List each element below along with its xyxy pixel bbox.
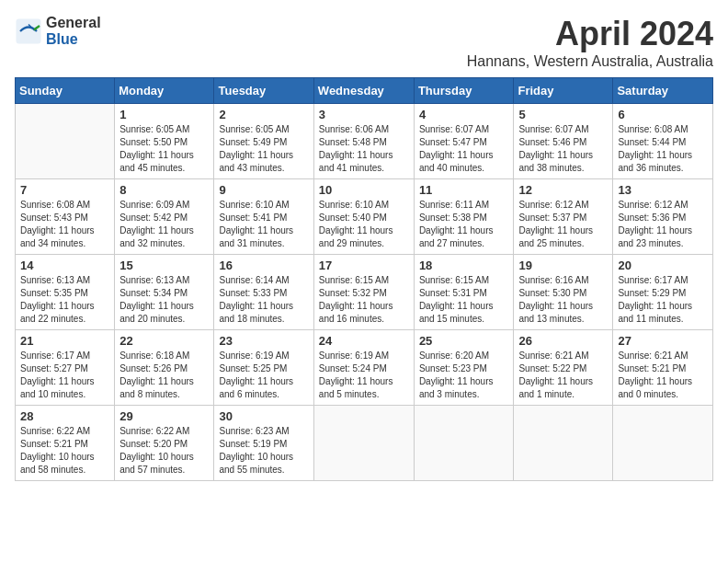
calendar-cell: 24Sunrise: 6:19 AM Sunset: 5:24 PM Dayli… — [313, 330, 414, 406]
day-number: 26 — [518, 334, 608, 348]
day-info: Sunrise: 6:08 AM Sunset: 5:43 PM Dayligh… — [20, 199, 109, 250]
calendar-cell — [313, 406, 414, 481]
day-number: 16 — [219, 259, 308, 272]
day-number: 29 — [119, 409, 209, 423]
week-row-3: 14Sunrise: 6:13 AM Sunset: 5:35 PM Dayli… — [16, 255, 713, 330]
day-number: 17 — [319, 259, 409, 272]
day-info: Sunrise: 6:22 AM Sunset: 5:20 PM Dayligh… — [119, 425, 209, 477]
day-number: 20 — [618, 259, 708, 272]
calendar-cell: 29Sunrise: 6:22 AM Sunset: 5:20 PM Dayli… — [115, 406, 214, 481]
day-info: Sunrise: 6:14 AM Sunset: 5:33 PM Dayligh… — [219, 274, 308, 326]
svg-rect-0 — [17, 18, 41, 43]
column-header-friday: Friday — [514, 78, 613, 104]
calendar-table: SundayMondayTuesdayWednesdayThursdayFrid… — [15, 77, 713, 481]
day-info: Sunrise: 6:17 AM Sunset: 5:29 PM Dayligh… — [618, 274, 708, 326]
day-number: 14 — [20, 259, 109, 272]
calendar-title: April 2024 — [467, 15, 713, 53]
calendar-cell: 3Sunrise: 6:06 AM Sunset: 5:48 PM Daylig… — [313, 104, 414, 179]
day-number: 4 — [419, 108, 509, 121]
day-number: 18 — [419, 259, 509, 272]
column-header-tuesday: Tuesday — [214, 78, 313, 104]
day-number: 24 — [319, 334, 409, 348]
day-number: 13 — [618, 183, 708, 197]
day-info: Sunrise: 6:11 AM Sunset: 5:38 PM Dayligh… — [419, 199, 509, 250]
day-info: Sunrise: 6:05 AM Sunset: 5:49 PM Dayligh… — [219, 123, 308, 175]
calendar-cell — [414, 406, 514, 481]
week-row-5: 28Sunrise: 6:22 AM Sunset: 5:21 PM Dayli… — [16, 406, 713, 481]
calendar-cell: 11Sunrise: 6:11 AM Sunset: 5:38 PM Dayli… — [414, 179, 514, 255]
calendar-cell: 30Sunrise: 6:23 AM Sunset: 5:19 PM Dayli… — [214, 406, 313, 481]
day-info: Sunrise: 6:18 AM Sunset: 5:26 PM Dayligh… — [119, 350, 209, 401]
day-info: Sunrise: 6:12 AM Sunset: 5:37 PM Dayligh… — [518, 199, 608, 250]
day-info: Sunrise: 6:07 AM Sunset: 5:46 PM Dayligh… — [518, 123, 608, 175]
day-info: Sunrise: 6:13 AM Sunset: 5:35 PM Dayligh… — [20, 274, 109, 326]
day-info: Sunrise: 6:10 AM Sunset: 5:40 PM Dayligh… — [319, 199, 409, 250]
day-number: 10 — [319, 183, 409, 197]
logo: General Blue — [15, 15, 101, 47]
day-number: 25 — [419, 334, 509, 348]
week-row-1: 1Sunrise: 6:05 AM Sunset: 5:50 PM Daylig… — [16, 104, 713, 179]
column-header-thursday: Thursday — [414, 78, 514, 104]
calendar-cell: 15Sunrise: 6:13 AM Sunset: 5:34 PM Dayli… — [115, 255, 214, 330]
day-number: 9 — [219, 183, 308, 197]
day-info: Sunrise: 6:21 AM Sunset: 5:21 PM Dayligh… — [618, 350, 708, 401]
day-info: Sunrise: 6:21 AM Sunset: 5:22 PM Dayligh… — [518, 350, 608, 401]
column-header-monday: Monday — [115, 78, 214, 104]
day-number: 22 — [119, 334, 209, 348]
column-header-wednesday: Wednesday — [313, 78, 414, 104]
day-number: 6 — [618, 108, 708, 121]
calendar-cell: 6Sunrise: 6:08 AM Sunset: 5:44 PM Daylig… — [613, 104, 713, 179]
day-number: 27 — [618, 334, 708, 348]
week-row-2: 7Sunrise: 6:08 AM Sunset: 5:43 PM Daylig… — [16, 179, 713, 255]
day-number: 12 — [518, 183, 608, 197]
logo-icon — [15, 17, 42, 45]
calendar-cell: 20Sunrise: 6:17 AM Sunset: 5:29 PM Dayli… — [613, 255, 713, 330]
calendar-subtitle: Hannans, Western Australia, Australia — [467, 53, 713, 70]
calendar-cell: 28Sunrise: 6:22 AM Sunset: 5:21 PM Dayli… — [16, 406, 115, 481]
calendar-cell: 12Sunrise: 6:12 AM Sunset: 5:37 PM Dayli… — [514, 179, 613, 255]
day-number: 3 — [319, 108, 409, 121]
calendar-cell — [16, 104, 115, 179]
calendar-cell: 1Sunrise: 6:05 AM Sunset: 5:50 PM Daylig… — [115, 104, 214, 179]
logo-blue-text: Blue — [46, 31, 101, 48]
calendar-cell: 21Sunrise: 6:17 AM Sunset: 5:27 PM Dayli… — [16, 330, 115, 406]
header-row: SundayMondayTuesdayWednesdayThursdayFrid… — [16, 78, 713, 104]
calendar-cell: 2Sunrise: 6:05 AM Sunset: 5:49 PM Daylig… — [214, 104, 313, 179]
calendar-cell — [514, 406, 613, 481]
day-number: 15 — [119, 259, 209, 272]
column-header-saturday: Saturday — [613, 78, 713, 104]
day-number: 1 — [119, 108, 209, 121]
calendar-cell: 16Sunrise: 6:14 AM Sunset: 5:33 PM Dayli… — [214, 255, 313, 330]
day-number: 2 — [219, 108, 308, 121]
calendar-cell: 7Sunrise: 6:08 AM Sunset: 5:43 PM Daylig… — [16, 179, 115, 255]
calendar-cell: 17Sunrise: 6:15 AM Sunset: 5:32 PM Dayli… — [313, 255, 414, 330]
day-info: Sunrise: 6:17 AM Sunset: 5:27 PM Dayligh… — [20, 350, 109, 401]
column-header-sunday: Sunday — [16, 78, 115, 104]
day-info: Sunrise: 6:06 AM Sunset: 5:48 PM Dayligh… — [319, 123, 409, 175]
day-info: Sunrise: 6:09 AM Sunset: 5:42 PM Dayligh… — [119, 199, 209, 250]
day-info: Sunrise: 6:23 AM Sunset: 5:19 PM Dayligh… — [219, 425, 308, 477]
calendar-cell: 4Sunrise: 6:07 AM Sunset: 5:47 PM Daylig… — [414, 104, 514, 179]
calendar-cell: 9Sunrise: 6:10 AM Sunset: 5:41 PM Daylig… — [214, 179, 313, 255]
calendar-cell: 19Sunrise: 6:16 AM Sunset: 5:30 PM Dayli… — [514, 255, 613, 330]
day-number: 11 — [419, 183, 509, 197]
day-info: Sunrise: 6:15 AM Sunset: 5:32 PM Dayligh… — [319, 274, 409, 326]
day-number: 19 — [518, 259, 608, 272]
week-row-4: 21Sunrise: 6:17 AM Sunset: 5:27 PM Dayli… — [16, 330, 713, 406]
calendar-cell: 8Sunrise: 6:09 AM Sunset: 5:42 PM Daylig… — [115, 179, 214, 255]
calendar-cell: 5Sunrise: 6:07 AM Sunset: 5:46 PM Daylig… — [514, 104, 613, 179]
calendar-cell: 23Sunrise: 6:19 AM Sunset: 5:25 PM Dayli… — [214, 330, 313, 406]
day-number: 30 — [219, 409, 308, 423]
day-info: Sunrise: 6:16 AM Sunset: 5:30 PM Dayligh… — [518, 274, 608, 326]
calendar-cell: 26Sunrise: 6:21 AM Sunset: 5:22 PM Dayli… — [514, 330, 613, 406]
day-number: 21 — [20, 334, 109, 348]
day-info: Sunrise: 6:15 AM Sunset: 5:31 PM Dayligh… — [419, 274, 509, 326]
calendar-cell: 25Sunrise: 6:20 AM Sunset: 5:23 PM Dayli… — [414, 330, 514, 406]
calendar-cell — [613, 406, 713, 481]
day-number: 7 — [20, 183, 109, 197]
calendar-cell: 13Sunrise: 6:12 AM Sunset: 5:36 PM Dayli… — [613, 179, 713, 255]
day-number: 23 — [219, 334, 308, 348]
day-number: 5 — [518, 108, 608, 121]
day-info: Sunrise: 6:19 AM Sunset: 5:25 PM Dayligh… — [219, 350, 308, 401]
day-info: Sunrise: 6:05 AM Sunset: 5:50 PM Dayligh… — [119, 123, 209, 175]
